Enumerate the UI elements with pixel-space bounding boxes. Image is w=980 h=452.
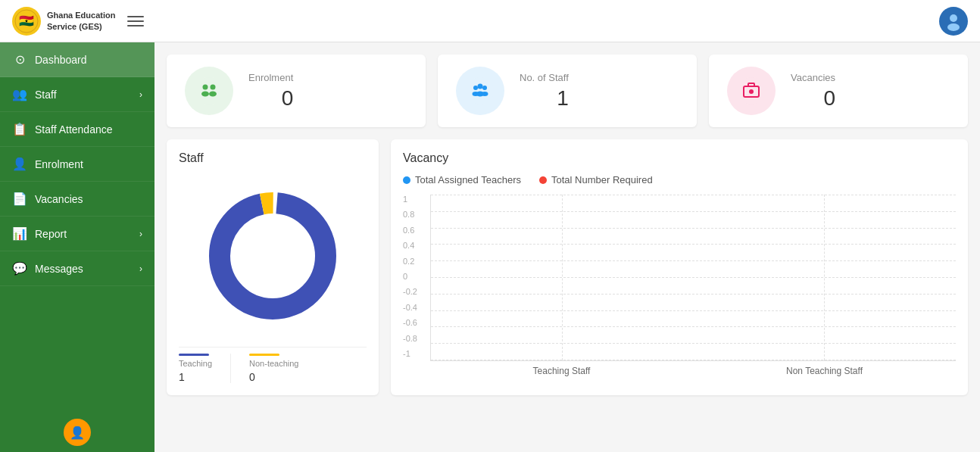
report-icon: 📊 xyxy=(12,226,27,241)
stats-row: Enrolment 0 xyxy=(167,55,968,127)
sidebar-item-report[interactable]: 📊 Report › xyxy=(0,217,154,251)
staff-chart-title: Staff xyxy=(179,151,367,165)
sidebar-item-enrolment[interactable]: 👤 Enrolment xyxy=(0,147,154,182)
chart-plot xyxy=(430,195,956,361)
svg-text:🇬🇭: 🇬🇭 xyxy=(19,14,34,28)
logo-icon: 🇬🇭 xyxy=(12,7,41,36)
svg-point-3 xyxy=(947,23,960,31)
sidebar-item-staff-attendance[interactable]: 📋 Staff Attendance xyxy=(0,112,154,147)
svg-point-8 xyxy=(209,92,217,97)
legend-assigned-teachers: Total Assigned Teachers xyxy=(403,174,521,185)
enrolment-stat-info: Enrolment 0 xyxy=(248,72,293,111)
logo-text: Ghana Education Service (GES) xyxy=(47,10,115,32)
legend-required: Total Number Required xyxy=(539,174,653,185)
enrolment-icon: 👤 xyxy=(12,157,27,171)
vacancy-chart-title: Vacancy xyxy=(403,151,956,165)
vacancies-icon: 📄 xyxy=(12,192,27,206)
donut-legend: Teaching 1 Non-teaching 0 xyxy=(179,347,367,383)
header-left: 🇬🇭 Ghana Education Service (GES) xyxy=(12,7,147,36)
svg-point-12 xyxy=(478,84,483,89)
legend-teaching: Teaching 1 xyxy=(179,354,212,383)
chevron-right-icon-messages: › xyxy=(139,263,142,274)
attendance-icon: 📋 xyxy=(12,122,27,136)
donut-chart-container xyxy=(179,174,367,338)
vacancies-stat-info: Vacancies 0 xyxy=(791,72,835,111)
svg-point-15 xyxy=(482,92,488,96)
svg-point-18 xyxy=(749,89,754,94)
main-content: Enrolment 0 xyxy=(154,42,980,452)
svg-point-6 xyxy=(201,92,209,97)
svg-point-22 xyxy=(231,214,314,298)
sidebar: ⊙ Dashboard 👥 Staff › 📋 Staff Attendance… xyxy=(0,42,154,452)
vacancy-chart-card: Vacancy Total Assigned Teachers Total Nu… xyxy=(391,139,968,395)
nonteaching-line xyxy=(249,354,279,356)
messages-icon: 💬 xyxy=(12,261,27,276)
chevron-right-icon: › xyxy=(139,89,142,100)
hamburger-menu[interactable] xyxy=(124,13,147,30)
staff-stat-info: No. of Staff 1 xyxy=(520,72,569,111)
sidebar-item-messages[interactable]: 💬 Messages › xyxy=(0,251,154,286)
svg-point-4 xyxy=(195,77,223,104)
legend-nonteaching: Non-teaching 0 xyxy=(249,354,298,383)
stat-card-staff: No. of Staff 1 xyxy=(438,55,697,127)
svg-point-14 xyxy=(482,86,487,90)
sidebar-bottom: 👤 xyxy=(0,413,154,452)
vacancy-legend: Total Assigned Teachers Total Number Req… xyxy=(403,174,956,185)
sidebar-item-staff[interactable]: 👥 Staff › xyxy=(0,77,154,112)
svg-point-7 xyxy=(211,85,216,90)
stat-card-vacancies: Vacancies 0 xyxy=(709,55,968,127)
layout: ⊙ Dashboard 👥 Staff › 📋 Staff Attendance… xyxy=(0,42,980,452)
sidebar-item-dashboard[interactable]: ⊙ Dashboard xyxy=(0,42,154,77)
x-labels: Teaching Staff Non Teaching Staff xyxy=(430,366,956,376)
dashboard-icon: ⊙ xyxy=(12,52,27,67)
y-axis-labels: 1 0.8 0.6 0.4 0.2 0 -0.2 -0.4 -0.6 -0.8 … xyxy=(403,195,427,358)
teaching-line xyxy=(179,354,209,356)
chevron-right-icon-report: › xyxy=(139,229,142,239)
svg-point-9 xyxy=(467,77,494,104)
staff-chart-card: Staff Teaching 1 xyxy=(167,139,379,395)
required-dot xyxy=(539,176,547,184)
svg-point-10 xyxy=(473,86,478,90)
vacancies-stat-icon xyxy=(727,67,776,115)
svg-point-2 xyxy=(950,14,957,22)
svg-point-5 xyxy=(203,85,208,90)
header: 🇬🇭 Ghana Education Service (GES) xyxy=(0,0,980,42)
bar-chart-area: 1 0.8 0.6 0.4 0.2 0 -0.2 -0.4 -0.6 -0.8 … xyxy=(403,195,956,376)
staff-icon: 👥 xyxy=(12,87,27,101)
assigned-dot xyxy=(403,176,410,184)
enrolment-stat-icon xyxy=(185,67,233,115)
logo-area: 🇬🇭 Ghana Education Service (GES) xyxy=(12,7,115,36)
user-avatar[interactable] xyxy=(939,7,968,36)
charts-row: Staff Teaching 1 xyxy=(167,139,968,395)
v-grid-lines xyxy=(431,195,956,360)
stat-card-enrolment: Enrolment 0 xyxy=(167,55,426,127)
sidebar-item-vacancies[interactable]: 📄 Vacancies xyxy=(0,182,154,217)
staff-stat-icon xyxy=(456,67,504,115)
sidebar-user-avatar[interactable]: 👤 xyxy=(64,419,91,446)
